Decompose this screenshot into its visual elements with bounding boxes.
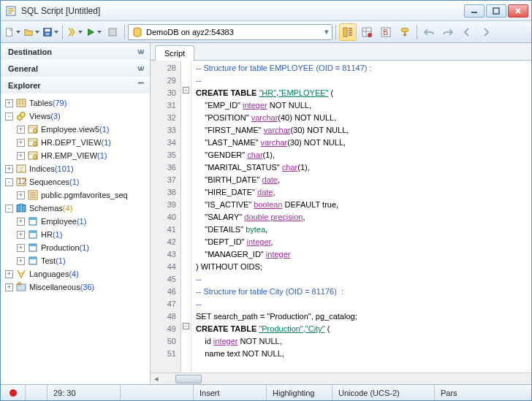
next-button[interactable]: [477, 23, 495, 41]
tree-node[interactable]: -Schemas (4): [2, 202, 148, 215]
commit-button[interactable]: [396, 23, 414, 41]
expand-icon[interactable]: +: [5, 283, 13, 291]
svg-rect-31: [29, 218, 37, 220]
tree-label: Languages: [29, 270, 69, 278]
chevron-down-icon: vv: [137, 64, 142, 73]
expand-icon[interactable]: +: [5, 165, 13, 173]
expand-icon[interactable]: +: [17, 257, 25, 265]
expand-icon[interactable]: +: [17, 231, 25, 239]
insert-mode[interactable]: Insert: [194, 385, 267, 400]
titlebar: SQL Script [Untitled]: [1, 1, 531, 21]
tree-node[interactable]: +Employee.view5 (1): [2, 123, 148, 136]
fold-toggle[interactable]: −: [183, 323, 189, 329]
tree-count: (36): [80, 283, 95, 291]
minimize-button[interactable]: [464, 4, 484, 18]
tree-count: (1): [53, 230, 62, 239]
fold-column[interactable]: −−: [181, 61, 191, 373]
source-text[interactable]: -- Structure for table EMPLOYEE (OID = 8…: [191, 61, 531, 373]
tree-node[interactable]: -123Sequences (1): [2, 175, 148, 188]
tree-node[interactable]: +Test (1): [2, 254, 148, 267]
status-spacer: [121, 385, 194, 400]
expand-icon[interactable]: -: [5, 205, 13, 213]
schema-icon: [27, 242, 39, 253]
panel-general[interactable]: Generalvv: [1, 60, 150, 77]
highlighting-mode[interactable]: Highlighting: [267, 385, 332, 400]
tree-node[interactable]: +Tables (79): [2, 96, 148, 110]
tree-node[interactable]: +HR (1): [2, 228, 148, 241]
result-panel-button[interactable]: [358, 23, 376, 41]
tab-script[interactable]: Script: [155, 45, 194, 61]
expand-icon[interactable]: +: [17, 152, 25, 160]
tree-node[interactable]: +Languages (4): [2, 267, 148, 280]
tree-node[interactable]: +HR.EMP_VIEW (1): [2, 149, 148, 162]
code-editor[interactable]: 2829303132333435363738394041424344454647…: [151, 61, 531, 373]
explorer-tree[interactable]: +Tables (79)-Views (3)+Employee.view5 (1…: [1, 93, 150, 384]
tree-count: (101): [55, 164, 74, 173]
expand-icon[interactable]: -: [5, 112, 13, 121]
tree-node[interactable]: +Indices (101): [2, 162, 148, 175]
execute-script-button[interactable]: [66, 23, 83, 41]
database-selector[interactable]: DemoDB on ayz2:54383 ▾: [128, 24, 332, 40]
views-icon: [15, 110, 27, 122]
svg-point-17: [20, 112, 26, 118]
tree-label: Employee: [41, 217, 77, 226]
tree-node[interactable]: +Miscellaneous (36): [2, 280, 148, 294]
tree-label: Employee.view5: [41, 125, 99, 134]
record-indicator[interactable]: [1, 385, 26, 400]
dropdown-icon: ▾: [324, 27, 329, 37]
svg-point-19: [34, 129, 37, 133]
undo-button[interactable]: [420, 23, 438, 41]
tree-count: (1): [99, 125, 109, 134]
misc-icon: [15, 281, 27, 293]
editor-tabs: Script: [151, 43, 531, 61]
expand-icon[interactable]: +: [17, 191, 25, 199]
expand-icon[interactable]: -: [5, 178, 13, 186]
tree-node[interactable]: +HR.DEPT_VIEW (1): [2, 136, 148, 149]
tree-label: Indices: [29, 164, 55, 173]
stop-button[interactable]: [104, 23, 121, 41]
tree-label: public.pgmfavorites_seq: [41, 191, 128, 199]
svg-rect-5: [45, 28, 50, 31]
expand-icon[interactable]: +: [17, 126, 25, 134]
tree-count: (1): [56, 256, 65, 265]
svg-rect-9: [343, 28, 347, 37]
run-button[interactable]: [85, 23, 102, 41]
tree-node[interactable]: +public.pgmfavorites_seq: [2, 188, 148, 202]
svg-point-21: [34, 142, 37, 146]
explorer-toggle-button[interactable]: [339, 23, 357, 41]
panel-destination[interactable]: Destinationvv: [1, 43, 150, 60]
svg-rect-35: [29, 244, 37, 246]
tree-node[interactable]: +Employee (1): [2, 215, 148, 228]
prev-button[interactable]: [458, 23, 476, 41]
expand-icon[interactable]: +: [17, 218, 25, 226]
scrollbar-thumb[interactable]: [175, 375, 202, 383]
view-icon: [27, 137, 39, 148]
fold-toggle[interactable]: −: [183, 87, 189, 93]
panel-explorer[interactable]: Explorer^^: [1, 77, 150, 93]
expand-icon[interactable]: +: [5, 270, 13, 278]
expand-icon[interactable]: +: [17, 244, 25, 252]
save-button[interactable]: [42, 23, 59, 41]
svg-rect-7: [109, 28, 116, 36]
schemas-icon: [15, 202, 27, 214]
horizontal-scrollbar[interactable]: ◂: [151, 373, 531, 384]
options-button[interactable]: B: [377, 23, 395, 41]
svg-rect-29: [22, 205, 26, 212]
tree-node[interactable]: -Views (3): [2, 110, 148, 123]
new-button[interactable]: [4, 23, 21, 41]
tree-label: Test: [41, 256, 56, 265]
maximize-button[interactable]: [486, 4, 506, 18]
open-button[interactable]: [23, 23, 40, 41]
chevron-up-icon: ^^: [137, 80, 142, 90]
encoding[interactable]: Unicode (UCS-2): [332, 385, 435, 400]
parse-status: Pars: [435, 385, 531, 400]
tree-count: (1): [77, 217, 86, 226]
expand-icon[interactable]: +: [17, 139, 25, 147]
tree-node[interactable]: +Production (1): [2, 241, 148, 254]
svg-rect-33: [29, 231, 37, 233]
scroll-left-icon[interactable]: ◂: [151, 374, 162, 384]
close-button[interactable]: [508, 4, 528, 18]
redo-button[interactable]: [439, 23, 457, 41]
expand-icon[interactable]: +: [5, 99, 13, 107]
editor-area: Script 282930313233343536373839404142434…: [151, 43, 531, 384]
